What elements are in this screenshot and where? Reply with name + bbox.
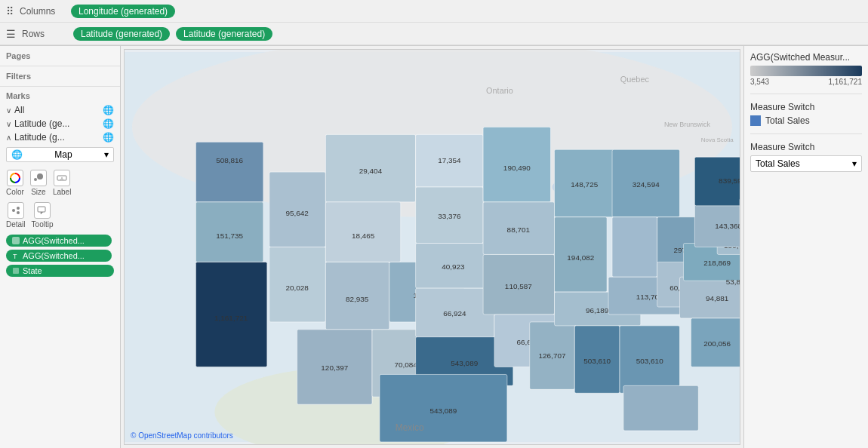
svg-text:A: A: [60, 176, 63, 181]
svg-text:New Brunswick: New Brunswick: [664, 121, 711, 128]
lat-ge-arrow: ∨: [6, 120, 11, 128]
latitude-g-label: Latitude (g...: [14, 132, 65, 143]
map-container[interactable]: 508,816 151,735 1,161,721 20,028 95,642 …: [124, 49, 740, 445]
all-arrow: ∨: [6, 106, 11, 115]
size-label: Size: [31, 188, 45, 196]
svg-rect-11: [13, 268, 19, 274]
measure-switch-2-label: Measure Switch: [750, 142, 862, 152]
all-label: All: [14, 105, 24, 115]
svg-rect-9: [12, 237, 20, 244]
agg-switched-2-label: AGG(Switched...: [23, 251, 85, 260]
measure-switch-1-value: Total Sales: [750, 115, 862, 126]
legend-min: 3,543: [750, 78, 769, 86]
map-type-row[interactable]: 🌐 Map ▾: [6, 144, 114, 165]
agg-switched-1-label: AGG(Switched...: [23, 236, 85, 245]
label-label: Label: [53, 188, 71, 196]
filters-section: Filters: [0, 66, 120, 87]
svg-text:Ontario: Ontario: [486, 86, 513, 95]
svg-rect-64: [555, 217, 608, 292]
divider-1: [750, 94, 862, 94]
svg-rect-79: [620, 326, 680, 393]
globe-icon-lat-ge: 🌐: [103, 118, 114, 129]
color-swatch-icon: [12, 237, 20, 244]
svg-rect-8: [38, 207, 45, 212]
svg-rect-56: [483, 254, 554, 315]
marks-detail-row: Detail Tooltip: [6, 201, 114, 230]
map-type-label: Map: [54, 149, 72, 160]
svg-rect-60: [530, 322, 575, 389]
svg-rect-30: [325, 202, 400, 262]
svg-rect-22: [195, 262, 266, 367]
svg-rect-26: [269, 172, 326, 247]
state-label: State: [23, 266, 42, 275]
tooltip-icon: [34, 202, 51, 219]
svg-text:Quebec: Quebec: [620, 75, 650, 84]
longitude-pill[interactable]: Longitude (generated): [71, 5, 175, 18]
svg-rect-32: [325, 262, 389, 329]
detail-label: Detail: [6, 220, 26, 229]
svg-rect-46: [416, 288, 494, 337]
svg-rect-90: [694, 202, 740, 247]
rows-label: Rows: [22, 29, 67, 39]
tooltip-button[interactable]: Tooltip: [32, 202, 54, 229]
all-marks-row[interactable]: ∨ All 🌐: [6, 103, 114, 117]
svg-rect-18: [195, 142, 263, 202]
blue-square-icon: [750, 115, 761, 126]
svg-text:Mexico: Mexico: [396, 422, 424, 433]
detail-icon: [8, 202, 24, 219]
color-icon: [7, 170, 23, 186]
filters-label: Filters: [6, 72, 31, 81]
svg-rect-42: [416, 187, 483, 244]
svg-point-6: [17, 207, 20, 210]
svg-point-1: [34, 178, 37, 181]
globe-icon-lat-g: 🌐: [103, 132, 114, 143]
svg-rect-81: [679, 277, 740, 318]
state-icon: [12, 267, 20, 275]
color-label: Color: [6, 188, 24, 196]
agg-switched-2[interactable]: T AGG(Switched...: [6, 250, 112, 262]
measure-switch-dropdown[interactable]: Total Sales ▾: [750, 155, 862, 172]
svg-rect-44: [416, 244, 491, 289]
pages-section: Pages: [0, 46, 120, 66]
svg-rect-34: [297, 330, 372, 404]
legend-section: AGG(Switched Measur... 3,543 1,161,721: [750, 52, 862, 86]
label-button[interactable]: A Label: [53, 170, 71, 196]
divider-2: [750, 133, 862, 134]
svg-rect-83: [691, 318, 740, 367]
copyright-text: © OpenStreetMap contributors: [131, 431, 233, 440]
latitude-ge-label: Latitude (ge...: [14, 118, 69, 129]
detail-button[interactable]: Detail: [6, 202, 26, 229]
latitude-g-row[interactable]: ∧ Latitude (g... 🌐: [6, 130, 114, 144]
size-button[interactable]: Size: [30, 170, 47, 196]
svg-rect-24: [269, 247, 326, 322]
measure-switch-1-section: Measure Switch Total Sales: [750, 102, 862, 126]
svg-rect-62: [555, 149, 615, 216]
svg-rect-28: [325, 134, 415, 201]
marks-title: Marks: [6, 91, 114, 100]
svg-rect-40: [416, 134, 483, 187]
pages-label: Pages: [6, 51, 30, 60]
map-type-chevron: ▾: [104, 149, 109, 160]
latitude-pill-2[interactable]: Latitude (generated): [176, 27, 272, 41]
color-button[interactable]: Color: [6, 170, 24, 196]
svg-rect-68: [574, 326, 620, 393]
marks-section: Marks ∨ All 🌐 ∨ Latitude (ge... 🌐 ∧ Lati…: [0, 87, 120, 281]
svg-rect-100: [623, 385, 698, 431]
latitude-ge-row[interactable]: ∨ Latitude (ge... 🌐: [6, 117, 114, 130]
label-icon: A: [54, 170, 70, 186]
dropdown-chevron-icon: ▾: [852, 158, 857, 169]
columns-icon: ⠿: [6, 5, 14, 17]
total-sales-value: Total Sales: [765, 115, 810, 126]
measure-switch-2-section: Measure Switch Total Sales ▾: [750, 142, 862, 172]
legend-title: AGG(Switched Measur...: [750, 52, 862, 63]
globe-icon-map: 🌐: [11, 149, 23, 160]
map-type-select[interactable]: 🌐 Map ▾: [6, 147, 114, 162]
state-pill[interactable]: State: [6, 265, 114, 277]
agg-switched-1[interactable]: AGG(Switched...: [6, 235, 112, 247]
latitude-pill-1[interactable]: Latitude (generated): [73, 27, 170, 41]
svg-point-5: [12, 209, 15, 212]
marks-icons-row: Color Size A Label: [6, 165, 114, 201]
tooltip-label: Tooltip: [32, 220, 54, 229]
rows-icon: ☰: [6, 28, 16, 40]
svg-rect-72: [612, 217, 657, 278]
